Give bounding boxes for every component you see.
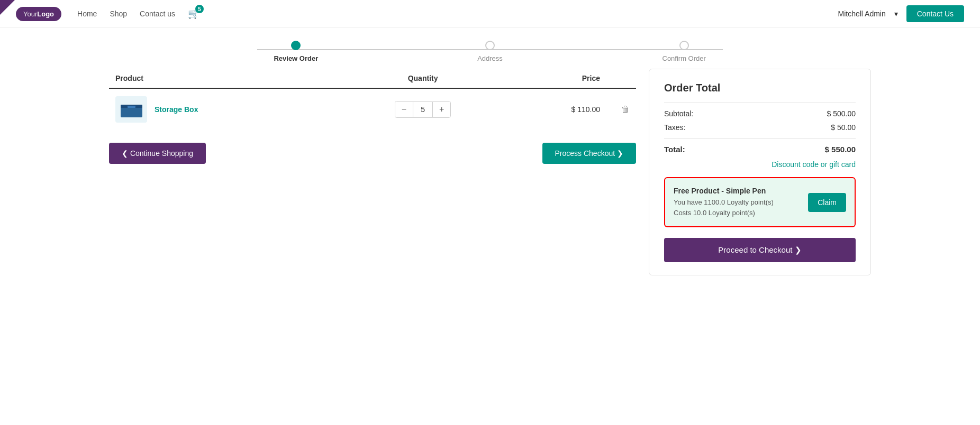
nav-contact[interactable]: Contact us (140, 10, 175, 18)
discount-link[interactable]: Discount code or gift card (664, 160, 856, 169)
product-cell: Storage Box (109, 88, 340, 130)
step-confirm: Confirm Order (587, 41, 781, 62)
total-divider-2 (664, 138, 856, 138)
step-address: Address (393, 41, 587, 62)
qty-cell: − 5 + (340, 88, 506, 130)
logo-text: Logo (37, 10, 54, 18)
taxes-value: $ 50.00 (831, 123, 856, 132)
logo-your: Your (23, 10, 37, 18)
product-name: Storage Box (155, 105, 198, 114)
col-quantity: Quantity (340, 69, 506, 88)
step-circle-review (291, 41, 301, 50)
progress-bar: Review Order Address Confirm Order (0, 28, 980, 69)
order-total-title: Order Total (664, 82, 856, 94)
order-table: Product Quantity Price (109, 69, 636, 130)
subtotal-label: Subtotal: (664, 109, 693, 118)
nav-home[interactable]: Home (77, 10, 97, 18)
subtotal-value: $ 500.00 (827, 109, 856, 118)
qty-increase-button[interactable]: + (433, 101, 450, 117)
step-label-confirm: Confirm Order (663, 54, 706, 62)
admin-chevron-icon: ▾ (894, 10, 898, 18)
loyalty-title: Free Product - Simple Pen (674, 187, 774, 195)
step-label-address: Address (477, 54, 503, 62)
step-review: Review Order (199, 41, 393, 62)
navbar: YourLogo Home Shop Contact us 🛒 5 Mitche… (0, 0, 980, 28)
nav-shop[interactable]: Shop (110, 10, 127, 18)
admin-name: Mitchell Admin (838, 10, 885, 18)
continue-shopping-button[interactable]: ❮ Continue Shopping (109, 143, 206, 164)
step-circle-address (485, 41, 495, 50)
table-row: Storage Box − 5 + $ 110.00 🗑 (109, 88, 636, 130)
cart-wrap[interactable]: 🛒 5 (188, 8, 199, 20)
qty-value: 5 (413, 102, 433, 117)
subtotal-row: Subtotal: $ 500.00 (664, 109, 856, 118)
loyalty-line2: Costs 10.0 Loyalty point(s) (674, 208, 774, 218)
right-panel: Order Total Subtotal: $ 500.00 Taxes: $ … (649, 69, 871, 275)
total-value: $ 550.00 (825, 145, 856, 154)
contact-us-button[interactable]: Contact Us (906, 5, 964, 22)
nav-right: Mitchell Admin ▾ Contact Us (838, 5, 964, 22)
action-row: ❮ Continue Shopping Process Checkout ❯ (109, 143, 636, 164)
svg-rect-2 (128, 106, 135, 108)
logo-wrap: YourLogo (16, 7, 61, 21)
cart-badge: 5 (195, 5, 204, 13)
logo: YourLogo (16, 7, 61, 21)
taxes-label: Taxes: (664, 123, 685, 132)
nav-links: Home Shop Contact us 🛒 5 (77, 8, 838, 20)
delete-cell: 🗑 (606, 88, 636, 130)
process-checkout-button[interactable]: Process Checkout ❯ (542, 143, 637, 164)
step-label-review: Review Order (274, 54, 318, 62)
product-image (115, 96, 147, 123)
total-label: Total: (664, 145, 685, 154)
step-container: Review Order Address Confirm Order (199, 41, 781, 62)
price-cell: $ 110.00 (506, 88, 606, 130)
storage-box-icon (120, 100, 143, 119)
main-content: Product Quantity Price (93, 69, 887, 291)
total-row: Total: $ 550.00 (664, 145, 856, 154)
loyalty-line1: You have 1100.0 Loyalty point(s) (674, 197, 774, 208)
left-panel: Product Quantity Price (109, 69, 636, 275)
loyalty-card: Free Product - Simple Pen You have 1100.… (664, 177, 856, 227)
proceed-to-checkout-button[interactable]: Proceed to Checkout ❯ (664, 238, 856, 262)
col-price: Price (506, 69, 606, 88)
qty-decrease-button[interactable]: − (395, 101, 413, 117)
col-product: Product (109, 69, 340, 88)
delete-icon[interactable]: 🗑 (621, 105, 630, 114)
loyalty-info: Free Product - Simple Pen You have 1100.… (674, 187, 774, 218)
taxes-row: Taxes: $ 50.00 (664, 123, 856, 132)
step-circle-confirm (679, 41, 689, 50)
claim-button[interactable]: Claim (808, 193, 846, 212)
total-divider-1 (664, 103, 856, 103)
